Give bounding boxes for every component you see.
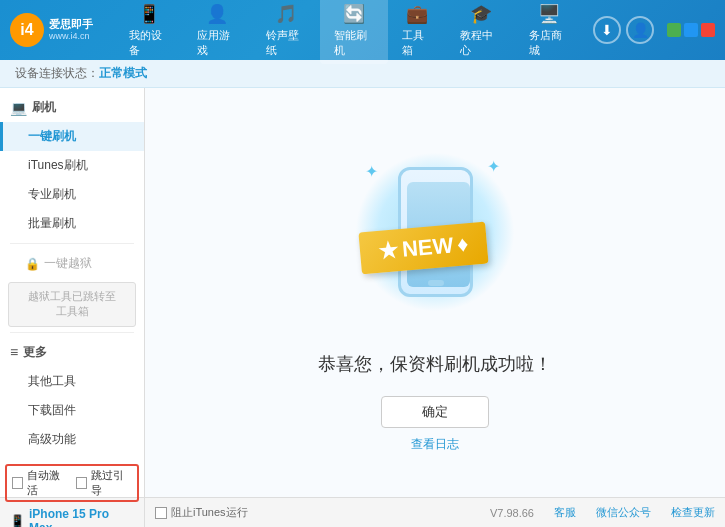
smart-flash-icon: 🔄	[343, 3, 365, 25]
status-label: 设备连接状态：	[15, 65, 99, 82]
app-logo: i4 爱思即手 www.i4.cn	[10, 13, 100, 47]
sidebar-item-advanced[interactable]: 高级功能	[0, 425, 144, 454]
new-banner-text: ★ NEW ♦	[358, 222, 488, 275]
main-content: ✦ ✦ ★ NEW ♦ 恭喜您，保资料刷机成功啦！ 确定 查看日志	[145, 88, 725, 497]
logo-text: 爱思即手 www.i4.cn	[49, 18, 93, 42]
nav-my-device[interactable]: 📱 我的设备	[115, 0, 183, 64]
nav-apps-games[interactable]: 👤 应用游戏	[183, 0, 251, 64]
download-button[interactable]: ⬇	[593, 16, 621, 44]
sidebar-jailbreak-msg: 越狱工具已跳转至工具箱	[8, 282, 136, 327]
bottom-status: V7.98.66 客服 微信公众号 检查更新	[258, 498, 725, 527]
status-mode: 正常模式	[99, 65, 147, 82]
nav-ringtones[interactable]: 🎵 铃声壁纸	[252, 0, 320, 64]
log-link[interactable]: 查看日志	[411, 436, 459, 453]
confirm-button[interactable]: 确定	[381, 396, 489, 428]
phone-home-button	[428, 280, 444, 286]
auto-activate-row: 自动激活 跳过引导	[5, 464, 139, 502]
sidebar-section-flash: 💻 刷机	[0, 93, 144, 122]
sidebar: 💻 刷机 一键刷机 iTunes刷机 专业刷机 批量刷机 🔒 一键越狱 越狱工具…	[0, 88, 145, 497]
sidebar-jailbreak-title: 🔒 一键越狱	[0, 249, 144, 278]
bottom-link-support[interactable]: 客服	[554, 505, 576, 520]
top-right-controls: ⬇ 👤	[593, 16, 715, 44]
sidebar-item-other-tools[interactable]: 其他工具	[0, 367, 144, 396]
sidebar-item-one-click-flash[interactable]: 一键刷机	[0, 122, 144, 151]
my-device-icon: 📱	[138, 3, 160, 25]
success-message: 恭喜您，保资料刷机成功啦！	[318, 352, 552, 376]
bottom-link-wechat[interactable]: 微信公众号	[596, 505, 651, 520]
device-panel: 自动激活 跳过引导 📱 iPhone 15 Pro Max 512GB iPho…	[0, 498, 145, 527]
main-layout: 💻 刷机 一键刷机 iTunes刷机 专业刷机 批量刷机 🔒 一键越狱 越狱工具…	[0, 88, 725, 497]
sparkle-icon-2: ✦	[487, 157, 500, 176]
tutorial-icon: 🎓	[470, 3, 492, 25]
new-badge: ★ NEW ♦	[360, 227, 487, 269]
sidebar-divider-2	[10, 332, 134, 333]
auto-activate-label: 自动激活	[27, 468, 68, 498]
sparkle-icon-1: ✦	[365, 162, 378, 181]
maximize-button[interactable]	[684, 23, 698, 37]
guide-label: 跳过引导	[91, 468, 132, 498]
more-section-icon: ≡	[10, 344, 18, 360]
guide-checkbox[interactable]	[76, 477, 87, 489]
itunes-checkbox[interactable]	[155, 507, 167, 519]
sidebar-item-download-firmware[interactable]: 下载固件	[0, 396, 144, 425]
window-controls	[667, 23, 715, 37]
sidebar-item-itunes-flash[interactable]: iTunes刷机	[0, 151, 144, 180]
nav-tutorial[interactable]: 🎓 教程中心	[446, 0, 514, 64]
version-text: V7.98.66	[490, 507, 534, 519]
auto-activate-checkbox[interactable]	[12, 477, 23, 489]
itunes-label: 阻止iTunes运行	[171, 505, 248, 520]
apps-games-icon: 👤	[206, 3, 228, 25]
logo-icon: i4	[10, 13, 44, 47]
minimize-button[interactable]	[667, 23, 681, 37]
close-button[interactable]	[701, 23, 715, 37]
status-bar: 设备连接状态： 正常模式	[0, 60, 725, 88]
device-name-row: 📱 iPhone 15 Pro Max	[10, 507, 134, 528]
lock-icon: 🔒	[25, 257, 40, 271]
sidebar-section-more: ≡ 更多	[0, 338, 144, 367]
nav-service[interactable]: 🖥️ 务店商城	[515, 0, 583, 64]
itunes-check-section: 阻止iTunes运行	[145, 498, 258, 527]
sidebar-item-batch-flash[interactable]: 批量刷机	[0, 209, 144, 238]
bottom-link-update[interactable]: 检查更新	[671, 505, 715, 520]
flash-section-icon: 💻	[10, 100, 27, 116]
toolbox-icon: 💼	[406, 3, 428, 25]
nav-smart-flash[interactable]: 🔄 智能刷机	[320, 0, 388, 64]
sidebar-item-pro-flash[interactable]: 专业刷机	[0, 180, 144, 209]
sidebar-divider-1	[10, 243, 134, 244]
device-icon: 📱	[10, 514, 25, 528]
device-info: 📱 iPhone 15 Pro Max 512GB iPhone	[5, 504, 139, 528]
user-button[interactable]: 👤	[626, 16, 654, 44]
bottom-bar: 自动激活 跳过引导 📱 iPhone 15 Pro Max 512GB iPho…	[0, 497, 725, 527]
service-icon: 🖥️	[538, 3, 560, 25]
nav-toolbox[interactable]: 💼 工具箱	[388, 0, 446, 64]
top-bar: i4 爱思即手 www.i4.cn 📱 我的设备 👤 应用游戏 🎵 铃声壁纸 🔄…	[0, 0, 725, 60]
nav-bar: 📱 我的设备 👤 应用游戏 🎵 铃声壁纸 🔄 智能刷机 💼 工具箱 🎓 教程中心…	[115, 0, 583, 64]
phone-illustration: ✦ ✦ ★ NEW ♦	[335, 132, 535, 332]
ringtones-icon: 🎵	[275, 3, 297, 25]
